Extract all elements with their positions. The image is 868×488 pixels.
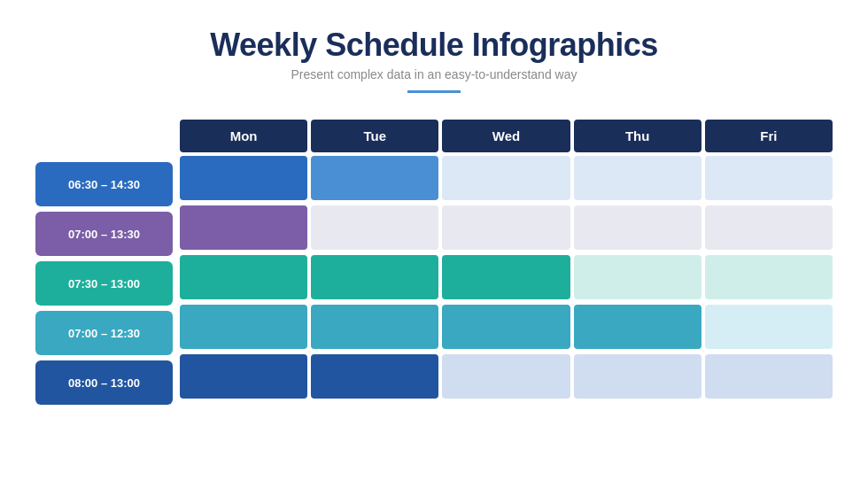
cell-r5-thu	[574, 354, 701, 399]
grid-row-2	[180, 205, 833, 250]
row-label-2: 07:00 – 13:30	[35, 212, 173, 256]
grid-rows	[180, 156, 833, 399]
cell-r3-thu	[574, 255, 701, 299]
grid-row-4	[180, 305, 833, 349]
row-labels: 06:30 – 14:30 07:00 – 13:30 07:30 – 13:0…	[35, 162, 173, 410]
cell-r5-tue	[311, 354, 438, 399]
cell-r2-mon	[180, 205, 307, 250]
cell-r1-fri	[705, 156, 833, 200]
cell-r2-thu	[574, 205, 701, 250]
row-label-5: 08:00 – 13:00	[35, 360, 173, 405]
cell-r4-wed	[442, 305, 570, 349]
cell-r3-wed	[442, 255, 570, 299]
page-header: Weekly Schedule Infographics Present com…	[210, 27, 658, 114]
cell-r4-tue	[311, 305, 438, 349]
col-fri: Fri	[705, 120, 833, 152]
cell-r4-fri	[705, 305, 833, 349]
row-label-1: 06:30 – 14:30	[35, 162, 173, 206]
title-divider	[407, 90, 461, 93]
cell-r5-wed	[442, 354, 570, 399]
cell-r3-mon	[180, 255, 307, 299]
cell-r5-fri	[705, 354, 833, 399]
page-title: Weekly Schedule Infographics	[210, 27, 658, 64]
cell-r4-thu	[574, 305, 701, 349]
cell-r4-mon	[180, 305, 307, 349]
column-headers: Mon Tue Wed Thu Fri	[180, 120, 833, 152]
cell-r1-tue	[311, 156, 438, 200]
schedule-container: 06:30 – 14:30 07:00 – 13:30 07:30 – 13:0…	[35, 120, 833, 410]
schedule-grid: Mon Tue Wed Thu Fri	[180, 120, 833, 399]
cell-r1-wed	[442, 156, 570, 200]
cell-r2-fri	[705, 205, 833, 250]
col-wed: Wed	[442, 120, 570, 152]
cell-r3-fri	[705, 255, 833, 299]
grid-row-5	[180, 354, 833, 399]
cell-r1-thu	[574, 156, 701, 200]
col-thu: Thu	[574, 120, 701, 152]
cell-r3-tue	[311, 255, 438, 299]
cell-r2-wed	[442, 205, 570, 250]
row-label-3: 07:30 – 13:00	[35, 261, 173, 306]
col-tue: Tue	[311, 120, 438, 152]
cell-r5-mon	[180, 354, 307, 399]
grid-row-3	[180, 255, 833, 299]
cell-r2-tue	[311, 205, 438, 250]
cell-r1-mon	[180, 156, 307, 200]
grid-row-1	[180, 156, 833, 200]
col-mon: Mon	[180, 120, 307, 152]
row-label-4: 07:00 – 12:30	[35, 311, 173, 355]
page-subtitle: Present complex data in an easy-to-under…	[210, 67, 658, 81]
